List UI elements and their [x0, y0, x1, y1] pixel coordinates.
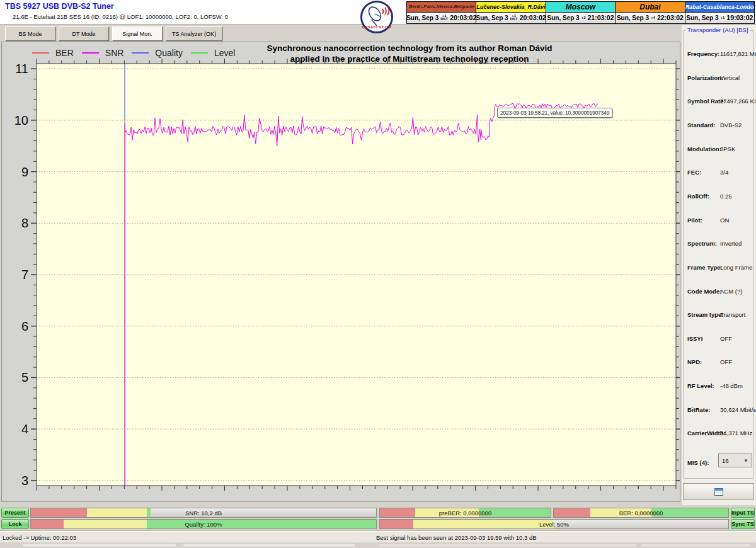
- app-title: TBS 5927 USB DVB-S2 Tuner: [5, 2, 114, 11]
- svg-text:10: 10: [14, 113, 28, 127]
- svg-text:7: 7: [21, 268, 28, 282]
- quality-progressbar: Quality: 100%: [30, 519, 377, 529]
- transponder-field: Modulation:8PSK: [684, 146, 753, 153]
- chart-title-line2: applied in the practice of Multistream t…: [224, 54, 595, 65]
- legend-item-ber: BER: [32, 48, 74, 58]
- chevron-down-icon: ▼: [743, 458, 748, 464]
- legend-item-snr: SNR: [82, 48, 124, 58]
- tab-dt-mode[interactable]: DT Mode: [59, 26, 109, 41]
- tuner-app-window: TBS 5927 USB DVB-S2 Tuner 21.6E - Eutels…: [0, 0, 756, 548]
- present-button[interactable]: Present: [1, 508, 29, 518]
- dxsatcs-logo: DXSATCS.COM: [360, 1, 393, 33]
- transponder-field: Pilot:ON: [684, 217, 753, 224]
- ber-line-swatch: [32, 52, 49, 54]
- tab-bs-mode[interactable]: BS Mode: [5, 26, 55, 41]
- svg-text:3: 3: [21, 474, 28, 488]
- sync-ts-button[interactable]: Sync TS: [731, 519, 755, 529]
- clock-rabat: Rabat-Casablanca-London Sun, Sep 3+119:0…: [685, 1, 755, 24]
- legend-item-quality: Quality: [132, 48, 183, 58]
- mode-tabs: BS Mode DT Mode Signal Mon. TS Analyzer …: [5, 26, 222, 41]
- transponder-field: Frequency:11617,821 MHz: [684, 50, 753, 58]
- transponder-field: CarrierWidth:34,371 MHz: [684, 430, 753, 437]
- transponder-field: ISSYIOFF: [684, 335, 753, 343]
- transponder-field: FEC:3/4: [684, 169, 753, 176]
- transponder-field: Stream type:Transport: [684, 311, 753, 319]
- chart-title-line1: Synchronous nanocorrection technology fr…: [224, 43, 595, 54]
- svg-text:5: 5: [21, 370, 28, 384]
- stream-list-icon: [714, 488, 723, 496]
- transponder-group: Transponder (AU) [BS] Frequency:11617,82…: [683, 30, 754, 479]
- svg-text:6: 6: [21, 319, 28, 333]
- transponder-field: Symbol Rate:27497,266 KS/s: [684, 98, 753, 105]
- status-bar: Locked -> Uptime: 00:22:03 Best signal h…: [0, 531, 756, 543]
- transponder-field: Polarization:Vertical: [684, 74, 753, 82]
- input-ts-button[interactable]: Input TS: [731, 508, 755, 518]
- transponder-field: Spectrum:Inverted: [684, 240, 753, 248]
- mis-dropdown[interactable]: 16 ▼: [718, 454, 752, 467]
- ber-progressbar: BER: 0,0000000: [553, 508, 729, 518]
- chart-tooltip: 2023-09-03 19.58.21, value: 10,300000190…: [497, 108, 612, 118]
- level-line-swatch: [191, 52, 208, 54]
- transponder-sidebar: Transponder (AU) [BS] Frequency:11617,82…: [682, 25, 756, 505]
- logo-text: DXSATCS.COM: [362, 25, 391, 29]
- transponder-field: RollOff:0.25: [684, 193, 753, 200]
- svg-text:8: 8: [21, 216, 28, 230]
- mis-label: MIS (4):: [687, 459, 709, 466]
- satellite-subtitle: 21.6E - Eutelsat 21B SES 16 (ID: 0216) @…: [13, 13, 228, 20]
- clock-dubai: Dubai Sun, Sep 3+422:03:02: [615, 1, 685, 24]
- svg-text:11: 11: [15, 62, 28, 76]
- transponder-group-title: Transponder (AU) [BS]: [685, 26, 750, 33]
- signal-monitor-panel: BER SNR Quality Level Synchronous nanoco…: [1, 42, 680, 502]
- clock-moscow: Moscow Sun, Sep 3+321:03:02: [546, 1, 616, 24]
- svg-text:4: 4: [21, 422, 28, 436]
- transponder-field: Standard:DVB-S2: [684, 122, 753, 129]
- transponder-field: Frame Type:Long Frame: [684, 264, 753, 271]
- bottom-strip: [0, 542, 756, 548]
- lock-button[interactable]: Lock: [1, 519, 29, 529]
- status-best-signal: Best signal has been seen at 2023-09-03 …: [376, 534, 537, 541]
- svg-text:9: 9: [21, 165, 28, 179]
- signal-status-bars: Present SNR: 10,2 dB preBER: 0,0000000 B…: [0, 506, 756, 531]
- chart-legend: BER SNR Quality Level: [32, 48, 243, 58]
- transponder-field: NPD:OFF: [684, 358, 753, 366]
- transponder-field: Code Mode:ACM (?): [684, 288, 753, 295]
- stream-list-button[interactable]: [683, 483, 754, 500]
- transponder-field: RF Level:-48 dBm: [684, 382, 753, 390]
- snr-line-swatch: [82, 52, 99, 54]
- clock-lucenec: Lučenec-Slovakia_R.Dávid Sun, Sep 3+1DST…: [476, 1, 546, 24]
- world-clocks: Berlin-Paris-Vienna-Belgrade Sun, Sep 3+…: [406, 1, 755, 24]
- level-progressbar: Level: 50%: [379, 519, 729, 529]
- transponder-field: BitRate:30,624 Mbit/s: [684, 406, 753, 414]
- preber-progressbar: preBER: 0,0000000: [379, 508, 551, 518]
- tab-signal-mon[interactable]: Signal Mon.: [112, 26, 163, 41]
- status-uptime: Locked -> Uptime: 00:22:03: [3, 534, 76, 541]
- clock-berlin: Berlin-Paris-Vienna-Belgrade Sun, Sep 3+…: [406, 1, 476, 24]
- quality-line-swatch: [132, 52, 149, 54]
- chart-title: Synchronous nanocorrection technology fr…: [224, 43, 595, 64]
- tab-ts-analyzer[interactable]: TS Analyzer (OK): [166, 26, 222, 41]
- snr-progressbar: SNR: 10,2 dB: [30, 508, 377, 518]
